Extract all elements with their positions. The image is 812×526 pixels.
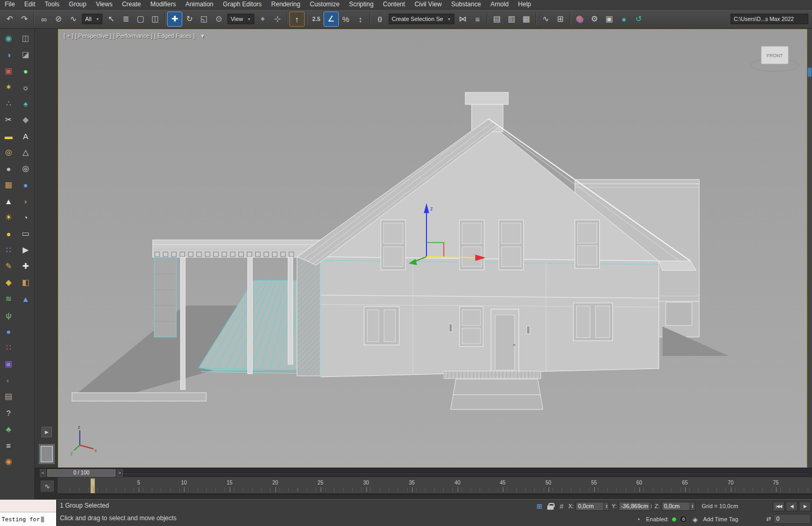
plus-icon[interactable]: ✚ [19, 260, 32, 272]
globe-icon[interactable]: ● [19, 179, 32, 191]
selection-lock-icon[interactable] [546, 501, 555, 511]
macro-recorder-line[interactable] [0, 500, 56, 512]
help-tool-icon[interactable]: ? [2, 407, 15, 418]
unlink-selection-icon[interactable]: ⊘ [51, 12, 66, 26]
select-and-place-button[interactable]: ⊙ [212, 12, 226, 26]
keyboard-shortcut-override-toggle[interactable]: ↑ [290, 12, 304, 26]
spinner-snap-toggle[interactable]: ↕ [353, 12, 368, 26]
next-frame-button[interactable]: > [117, 469, 123, 477]
rendered-frame-window-button[interactable]: ▣ [602, 12, 617, 26]
menu-item-civil-view[interactable]: Civil View [410, 0, 446, 9]
use-pivot-center-button[interactable]: ⌖ [256, 12, 270, 26]
shield-icon[interactable]: ◆ [19, 114, 32, 125]
update-button[interactable]: ↺ [632, 12, 646, 26]
lightbulb-icon[interactable]: ● [19, 65, 32, 77]
menu-item-modifiers[interactable]: Modifiers [145, 0, 181, 9]
project-path-field[interactable]: C:\Users\D...s Max 2022 [731, 14, 808, 24]
timeline-ruler[interactable]: 0 5 10 15 20 25 30 35 40 45 50 55 60 65 … [58, 477, 812, 495]
select-by-name-button[interactable]: ≣ [119, 12, 133, 26]
play-button[interactable]: ▶ [799, 501, 811, 511]
isolate-selection-icon[interactable]: ⊞ [535, 501, 544, 511]
align-button[interactable]: ≡ [471, 12, 485, 26]
plane-tool-icon[interactable]: ▬ [2, 130, 15, 142]
material-editor-button[interactable]: ◉ [573, 12, 587, 26]
sail-icon[interactable]: ▲ [19, 293, 32, 304]
playblast-icon[interactable]: ▶ [19, 244, 32, 256]
y-coordinate-field[interactable]: -36,869cm [619, 502, 652, 511]
z-coordinate-field[interactable]: 0,0cm [662, 502, 695, 511]
select-and-scale-button[interactable]: ◱ [197, 12, 211, 26]
rectangular-selection-region-button[interactable]: ▢ [133, 12, 148, 26]
x-spinner[interactable] [603, 502, 609, 510]
menu-item-rendering[interactable]: Rendering [266, 0, 305, 9]
cut-tool-icon[interactable]: ✂ [2, 114, 15, 125]
bitmap-tool-icon[interactable]: ▣ [2, 65, 15, 77]
tree-icon[interactable]: ♠ [19, 98, 32, 109]
shaded-sphere-tool-icon[interactable]: ◐ [2, 374, 15, 386]
omni-light-tool-icon[interactable]: ● [2, 228, 15, 239]
render-production-button[interactable]: ● [617, 12, 631, 26]
key-tool-icon[interactable]: ✶ [2, 81, 15, 93]
viewport[interactable]: z FRONT z x y [ + ] [58, 29, 807, 468]
schematic-view-button[interactable]: ⊞ [554, 12, 568, 26]
viewport-label[interactable]: [ + ] [ Perspective ] [ Performance ] [ … [64, 33, 205, 39]
toggle-ribbon-button[interactable]: ▦ [519, 12, 534, 26]
select-and-move-button[interactable]: ✚ [168, 12, 182, 26]
grass-tool-icon[interactable]: ψ [2, 309, 15, 321]
key-mode-toggle[interactable]: ⇄ [766, 516, 771, 522]
transform-typein-icon[interactable]: # [557, 501, 566, 511]
list-tool-icon[interactable]: ≡ [2, 439, 15, 451]
current-frame-field[interactable]: 0 [773, 514, 811, 524]
triangle-panel-icon[interactable]: △ [19, 146, 32, 158]
menu-item-arnold[interactable]: Arnold [486, 0, 514, 9]
pencil-tool-icon[interactable]: ✎ [2, 260, 15, 272]
maxscript-mini-listener[interactable]: Testing for [0, 500, 57, 526]
time-slider-handle[interactable]: 0 / 100 [47, 469, 116, 477]
menu-item-group[interactable]: Group [64, 0, 91, 9]
water-sphere-tool-icon[interactable]: ● [2, 325, 15, 337]
time-configuration-icon[interactable]: ◔ [633, 514, 643, 524]
menu-item-graph-editors[interactable]: Graph Editors [218, 0, 266, 9]
sunlight-tool-icon[interactable]: ☀ [2, 212, 15, 223]
undo-button[interactable]: ↶ [3, 12, 17, 26]
viewport-filter-icon[interactable]: ▼ [200, 33, 205, 39]
previous-frame-button[interactable]: < [40, 469, 46, 477]
time-tag-icon[interactable]: ◈ [690, 514, 700, 524]
menu-item-create[interactable]: Create [117, 0, 145, 9]
menu-item-content[interactable]: Content [378, 0, 410, 9]
menu-item-help[interactable]: Help [513, 0, 536, 9]
window-crossing-toggle[interactable]: ◫ [148, 12, 162, 26]
waves-tool-icon[interactable]: ≋ [2, 293, 15, 304]
right-strip-accent[interactable] [808, 68, 811, 77]
viewport-scene[interactable]: z FRONT z x y [58, 29, 807, 467]
menu-item-substance[interactable]: Substance [446, 0, 486, 9]
toggle-scene-explorer-button[interactable]: ▤ [490, 12, 504, 26]
camera-tool-icon[interactable]: ◉ [2, 33, 15, 44]
reference-coordinate-dropdown[interactable]: View [227, 14, 254, 24]
particles-tool-icon[interactable]: ∷ [2, 244, 15, 256]
curve-editor-button[interactable]: ∿ [539, 12, 553, 26]
color-swatch[interactable] [39, 445, 54, 464]
cone-tool-icon[interactable]: ▲ [2, 195, 15, 207]
select-and-manipulate-button[interactable]: ⊹ [270, 12, 285, 26]
percent-snap-toggle[interactable]: % [339, 12, 353, 26]
mini-curve-editor-button[interactable]: ∿ [40, 480, 55, 492]
expand-panel-button[interactable]: ▶ [41, 427, 52, 437]
menu-item-views[interactable]: Views [91, 0, 117, 9]
palette-tool-icon[interactable]: ◉ [2, 456, 15, 467]
menu-item-animation[interactable]: Animation [181, 0, 218, 9]
viewport-label-text[interactable]: [ + ] [ Perspective ] [ Performance ] [ … [64, 33, 195, 39]
paint-icon[interactable]: ◗ [19, 195, 32, 207]
text-panel-icon[interactable]: A [19, 130, 32, 142]
render-setup-button[interactable]: ⚙ [588, 12, 602, 26]
color-dots-tool-icon[interactable]: ∷ [2, 342, 15, 353]
snaps-toggle-2-5[interactable]: 2.5 [309, 12, 324, 26]
sphere-tool-icon[interactable]: ● [2, 163, 15, 174]
y-spinner[interactable] [650, 502, 652, 510]
grid-box-tool-icon[interactable]: ▦ [2, 179, 15, 191]
material-sphere-tool-icon[interactable]: ◑ [2, 49, 15, 60]
menu-item-scripting[interactable]: Scripting [344, 0, 378, 9]
group-tool-icon[interactable]: ∴ [2, 98, 15, 109]
selection-filter-dropdown[interactable]: All [82, 14, 102, 24]
menu-item-tools[interactable]: Tools [40, 0, 64, 9]
